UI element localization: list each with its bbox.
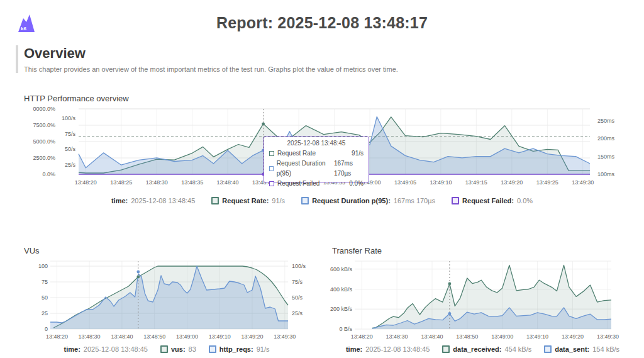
x-axis-tick-label: 13:48:25 [110, 179, 132, 186]
vus-chart-legend: time:2025-12-08 13:48:45vus:83http_reqs:… [19, 345, 314, 353]
legend-item[interactable]: http_reqs:91/s [209, 345, 270, 353]
legend-value: 91/s [257, 345, 270, 353]
x-axis-tick-label: 13:48:40 [111, 333, 133, 340]
legend-value: 154 kB/s [592, 345, 619, 353]
x-axis-tick-label: 13:49:30 [572, 179, 594, 186]
x-axis-tick-label: 13:49:20 [562, 333, 584, 340]
y-axis-tick-label: 600 kB/s [330, 266, 353, 272]
x-axis-tick-label: 13:48:30 [146, 179, 168, 186]
http-chart-title: HTTP Performance overview [24, 94, 129, 103]
legend-label: data_received: [453, 345, 501, 353]
cursor-dot [262, 122, 265, 125]
y-axis-tick-label: 200ms [597, 135, 615, 142]
tooltip-marker-icon [269, 151, 274, 156]
transfer-rate-chart[interactable]: 13:48:2013:48:3013:48:4013:48:5013:49:00… [327, 254, 638, 345]
y-axis-tick-label: 200 kB/s [330, 306, 353, 312]
legend-value: 83 [189, 345, 196, 353]
vus-chart[interactable]: 13:48:2013:48:3013:48:4013:48:5013:49:00… [19, 254, 314, 345]
legend-label: Request Failed: [462, 197, 514, 204]
y-axis-tick-label: 25/s [292, 310, 303, 316]
legend-value: 91/s [272, 197, 285, 204]
y-axis-tick-label: 0000.0% [33, 106, 55, 112]
tooltip-marker-icon [269, 181, 274, 186]
legend-item: time:2025-12-08 13:48:45 [346, 345, 430, 353]
x-axis-tick-label: 13:49:30 [274, 333, 296, 340]
y-axis-tick-label: 0 [45, 326, 48, 332]
legend-marker-icon [452, 197, 459, 204]
legend-marker-icon [544, 345, 552, 353]
y-axis-tick-label: 150ms [597, 154, 615, 160]
tooltip-label: Request Rate [277, 148, 316, 159]
legend-value: 2025-12-08 13:48:45 [84, 345, 148, 353]
legend-value: 167ms 170µs [394, 197, 435, 204]
legend-item[interactable]: Request Duration p(95):167ms 170µs [301, 197, 435, 204]
cursor-dot [136, 276, 140, 279]
y-axis-tick-label: 5000.0% [33, 138, 55, 145]
legend-label: time: [111, 197, 128, 204]
y-axis-tick-label: 50/s [292, 294, 303, 301]
overview-description: This chapter provides an overview of the… [24, 65, 398, 73]
x-axis-tick-label: 13:48:30 [79, 333, 101, 340]
y-axis-tick-label: 100 [38, 263, 48, 269]
report-title: Report: 2025-12-08 13:48:17 [0, 14, 644, 32]
y-axis-tick-label: 7500.0% [33, 122, 55, 128]
tooltip-row: Request Failed0.0% [269, 179, 364, 189]
legend-item[interactable]: Request Rate:91/s [211, 197, 285, 204]
x-axis-tick-label: 13:48:20 [46, 333, 68, 340]
legend-label: Request Duration p(95): [312, 197, 391, 204]
overview-section: Overview This chapter provides an overvi… [16, 45, 398, 73]
tooltip-marker-icon [269, 166, 274, 171]
y-axis-tick-label: 50 [42, 294, 48, 301]
y-axis-tick-label: 0 B/s [339, 326, 352, 332]
legend-marker-icon [211, 197, 219, 204]
tooltip-label: Request Duration p(95) [277, 159, 328, 179]
legend-value: 454 kB/s [504, 345, 531, 353]
x-axis-tick-label: 13:48:50 [143, 333, 165, 340]
y-axis-tick-label: 100ms [597, 171, 615, 177]
tooltip-value: 91/s [352, 148, 364, 159]
x-axis-tick-label: 13:49:10 [209, 333, 231, 340]
vus-chart-canvas[interactable]: 13:48:2013:48:3013:48:4013:48:5013:49:00… [19, 254, 314, 345]
legend-value: 2025-12-08 13:48:45 [365, 345, 430, 353]
x-axis-tick-label: 13:48:40 [217, 179, 239, 186]
y-axis-tick-label: 25/s [65, 162, 76, 168]
x-axis-tick-label: 13:49:00 [176, 333, 198, 340]
x-axis-tick-label: 13:48:20 [75, 179, 97, 186]
x-axis-tick-label: 13:48:35 [181, 179, 203, 186]
x-axis-tick-label: 13:48:50 [456, 333, 478, 340]
tooltip-row: Request Duration p(95)167ms 170µs [269, 159, 364, 179]
legend-value: 2025-12-08 13:48:45 [131, 197, 195, 204]
legend-label: time: [346, 345, 362, 353]
legend-marker-icon [442, 345, 450, 353]
y-axis-tick-label: 2500.0% [33, 155, 55, 161]
x-axis-tick-label: 13:49:15 [465, 179, 487, 186]
y-axis-tick-label: 50/s [65, 146, 76, 152]
http-performance-chart[interactable]: 13:48:2013:48:2513:48:3013:48:3513:48:40… [19, 104, 632, 193]
legend-item[interactable]: data_received:454 kB/s [442, 345, 531, 353]
legend-item[interactable]: vus:83 [160, 345, 196, 353]
x-axis-tick-label: 13:48:40 [421, 333, 443, 340]
x-axis-tick-label: 13:49:05 [394, 179, 416, 186]
tooltip-timestamp: 2025-12-08 13:48:45 [269, 140, 364, 147]
y-axis-tick-label: 75/s [65, 131, 76, 137]
legend-item[interactable]: data_sent:154 kB/s [544, 345, 619, 353]
legend-item: time:2025-12-08 13:48:45 [64, 345, 148, 353]
legend-item[interactable]: Request Failed:0.0% [452, 197, 533, 204]
x-axis-tick-label: 13:49:25 [536, 179, 558, 186]
x-axis-tick-label: 13:48:30 [386, 333, 408, 340]
legend-label: data_sent: [555, 345, 589, 353]
y-axis-tick-label: 75/s [292, 279, 303, 285]
http-chart-legend: time:2025-12-08 13:48:45Request Rate:91/… [0, 197, 644, 204]
legend-label: time: [64, 345, 80, 353]
tooltip-label: Request Failed [277, 179, 319, 189]
y-axis-tick-label: 0.0% [42, 171, 55, 177]
legend-marker-icon [301, 197, 309, 204]
x-axis-tick-label: 13:49:30 [597, 333, 619, 340]
tooltip-row: Request Rate91/s [269, 148, 364, 159]
tooltip-value: 167ms 170µs [334, 159, 364, 179]
x-axis-tick-label: 13:49:10 [430, 179, 452, 186]
transfer-chart-canvas[interactable]: 13:48:2013:48:3013:48:4013:48:5013:49:00… [327, 254, 638, 345]
x-axis-tick-label: 13:49:10 [526, 333, 548, 340]
y-axis-tick-label: 25 [42, 310, 48, 316]
x-axis-tick-label: 13:48:20 [351, 333, 373, 340]
